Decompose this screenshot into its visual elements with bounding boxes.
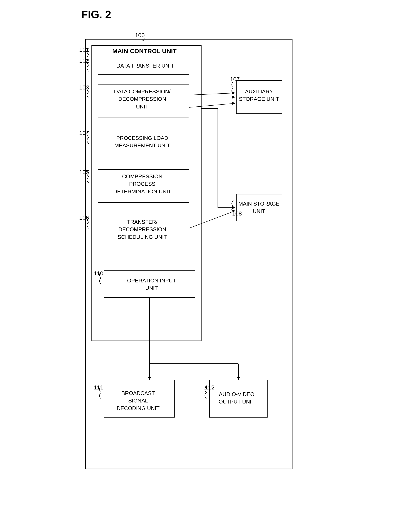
auxiliary-storage-label: AUXILIARYSTORAGE UNIT bbox=[238, 88, 280, 103]
figure-title: FIG. 2 bbox=[81, 8, 321, 21]
audio-video-label: AUDIO-VIDEOOUTPUT UNIT bbox=[212, 391, 262, 406]
ref-label-110: 110 bbox=[94, 270, 104, 277]
ref-100-squiggle: ↙ bbox=[142, 37, 146, 42]
ref-label-101: 101 bbox=[79, 46, 89, 53]
ref-label-106: 106 bbox=[79, 214, 89, 221]
data-compression-label: DATA COMPRESSION/DECOMPRESSIONUNIT bbox=[103, 88, 181, 110]
broadcast-signal-label: BROADCASTSIGNALDECODING UNIT bbox=[109, 389, 167, 412]
compression-process-label: COMPRESSIONPROCESSDETERMINATION UNIT bbox=[103, 173, 181, 195]
svg-marker-30 bbox=[232, 206, 235, 209]
ref-label-103: 103 bbox=[79, 84, 89, 91]
svg-marker-26 bbox=[232, 96, 235, 98]
ref-label-102: 102 bbox=[79, 57, 89, 64]
operation-input-label: OPERATION INPUTUNIT bbox=[114, 277, 189, 292]
data-transfer-label: DATA TRANSFER UNIT bbox=[117, 63, 174, 69]
svg-marker-13 bbox=[232, 92, 235, 94]
ref-label-105: 105 bbox=[79, 169, 89, 176]
main-storage-label: MAIN STORAGEUNIT bbox=[238, 200, 280, 215]
svg-marker-21 bbox=[148, 377, 151, 380]
svg-line-12 bbox=[189, 93, 235, 95]
svg-marker-23 bbox=[237, 377, 240, 380]
ref-label-111: 111 bbox=[94, 384, 104, 391]
transfer-decompression-label: TRANSFER/DECOMPRESSIONSCHEDULING UNIT bbox=[103, 218, 181, 241]
ref-label-104: 104 bbox=[79, 130, 89, 136]
svg-line-16 bbox=[189, 211, 235, 228]
svg-line-14 bbox=[189, 103, 235, 108]
svg-marker-15 bbox=[232, 102, 235, 105]
main-control-label: MAIN CONTROL UNIT bbox=[112, 47, 177, 55]
processing-load-label: PROCESSING LOADMEASUREMENT UNIT bbox=[103, 134, 181, 149]
ref-label-112: 112 bbox=[205, 384, 215, 391]
ref-label-107: 107 bbox=[230, 76, 240, 83]
